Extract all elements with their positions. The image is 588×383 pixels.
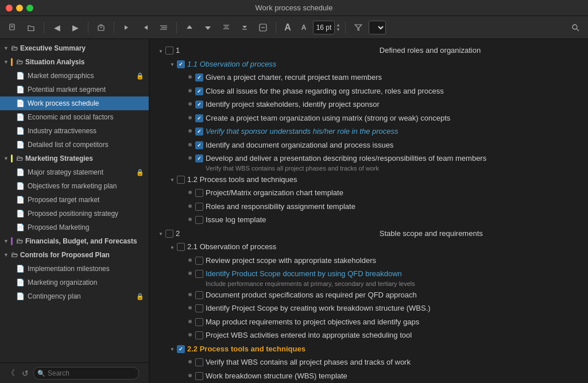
section-1-2-checkbox[interactable] xyxy=(177,176,185,184)
sidebar-item-objectives[interactable]: 📄 Objectives for marketing plan xyxy=(0,179,149,193)
cb-1-2-2[interactable] xyxy=(195,203,203,211)
sidebar-item-contingency[interactable]: 📄 Contingency plan 🔒 xyxy=(0,289,149,303)
back-button[interactable]: ◀ xyxy=(49,20,65,36)
window-controls xyxy=(6,5,33,11)
text-1-1-3: Identify project stakeholders, identify … xyxy=(206,99,581,110)
new-doc-button[interactable] xyxy=(5,20,21,36)
cb-1-1-6[interactable] xyxy=(195,141,203,149)
sidebar-group-marketing[interactable]: ▼ 🗁 Marketing Strategies xyxy=(0,152,149,165)
cb-1-2-1[interactable] xyxy=(195,189,203,197)
cb-1-1-2[interactable] xyxy=(195,87,203,95)
chevron-controls: ▼ xyxy=(3,252,9,258)
align-button[interactable] xyxy=(218,20,234,36)
cb-2-1-2[interactable] xyxy=(195,270,203,278)
delete-button[interactable] xyxy=(93,20,109,36)
bullet-1-1-7 xyxy=(188,156,192,160)
font-size-down[interactable]: ▼ xyxy=(336,28,341,32)
objectives-label: Objectives for marketing plan xyxy=(28,182,117,190)
section-2-2-checkbox[interactable] xyxy=(177,345,185,353)
search-input[interactable] xyxy=(33,367,139,380)
svg-point-19 xyxy=(572,25,577,29)
open-button[interactable] xyxy=(23,20,39,36)
move-down-button[interactable] xyxy=(200,20,216,36)
section-1-1-checkbox[interactable] xyxy=(177,60,185,68)
sidebar-item-work-process[interactable]: 📄 Work process schedule xyxy=(0,96,149,110)
bullet-2-2-1 xyxy=(188,360,192,363)
search-button[interactable] xyxy=(567,20,583,36)
sidebar-item-market-demographics[interactable]: 📄 Market demographics 🔒 xyxy=(0,69,149,83)
section-2-1-title: 2.1 Observation of process xyxy=(187,241,581,253)
section-2-1-toggle[interactable]: ▼ xyxy=(168,243,177,252)
minimize-button[interactable] xyxy=(16,5,23,11)
sidebar-item-potential-market[interactable]: 📄 Potential market segment xyxy=(0,83,149,96)
text-2-1-2[interactable]: Identify Product Scope document by using… xyxy=(206,268,415,280)
cb-2-1-4[interactable] xyxy=(195,304,203,312)
section-2-toggle[interactable]: ▼ xyxy=(156,230,165,239)
cb-2-2-2[interactable] xyxy=(195,372,203,380)
financials-label: Financials, Budget, and Forecasts xyxy=(25,237,137,245)
potential-market-label: Potential market segment xyxy=(28,86,106,94)
section-1-1-toggle[interactable]: ▼ xyxy=(168,60,177,69)
toolbar: ◀ ▶ A A 16 pt ▲ ▼ xyxy=(0,16,588,39)
forward-button[interactable]: ▶ xyxy=(67,20,83,36)
doc-icon: 📄 xyxy=(16,168,25,176)
sidebar-item-implementation[interactable]: 📄 Implementation milestones xyxy=(0,262,149,276)
section-1-1-title[interactable]: 1.1 Observation of process xyxy=(187,59,581,70)
indent-right-button[interactable] xyxy=(156,20,172,36)
sidebar-item-proposed-target[interactable]: 📄 Proposed target market xyxy=(0,193,149,207)
cb-1-1-5[interactable] xyxy=(195,127,203,136)
sidebar-item-competitors[interactable]: 📄 Detailed list of competitors xyxy=(0,138,149,152)
sidebar-group-financials[interactable]: ▼ 🗁 Financials, Budget, and Forecasts xyxy=(0,234,149,248)
filter-icon-button[interactable] xyxy=(350,20,366,36)
sidebar-group-executive-summary[interactable]: ▼ 🗁 Executive Summary xyxy=(0,41,149,55)
sidebar-group-controls[interactable]: ▼ 🗁 Controls for Proposed Plan xyxy=(0,248,149,262)
cb-2-2-1[interactable] xyxy=(195,358,203,366)
toolbar-sep-6 xyxy=(345,22,346,33)
section-1-toggle[interactable]: ▼ xyxy=(156,47,165,56)
item-2-2-2: Work breakdown structure (WBS) template xyxy=(156,369,581,383)
cb-1-1-7[interactable] xyxy=(195,154,203,163)
sidebar-item-proposed-marketing[interactable]: 📄 Proposed Marketing xyxy=(0,220,149,234)
cb-1-1-4[interactable] xyxy=(195,114,203,122)
cb-2-1-6[interactable] xyxy=(195,331,203,339)
indent-decrease-button[interactable] xyxy=(137,20,153,36)
cb-1-1-1[interactable] xyxy=(195,73,203,82)
sidebar-item-major-strategy[interactable]: 📄 Major strategy statement 🔒 xyxy=(0,165,149,179)
filter-select[interactable]: Show all rows xyxy=(369,21,386,34)
section-1-2-toggle[interactable]: ▼ xyxy=(168,176,177,185)
section-2-checkbox[interactable] xyxy=(165,230,173,238)
sidebar-item-industry[interactable]: 📄 Industry attractiveness xyxy=(0,124,149,138)
bullet-2-2-2 xyxy=(188,374,192,377)
item-1-1-7: Develop and deliver a presentation descr… xyxy=(156,152,581,173)
collapse-button[interactable] xyxy=(237,20,253,36)
sidebar-back-button[interactable]: 《 xyxy=(5,367,17,380)
cb-1-2-3[interactable] xyxy=(195,216,203,224)
section-1-checkbox[interactable] xyxy=(165,47,173,55)
cb-2-1-3[interactable] xyxy=(195,291,203,299)
section-2-1-checkbox[interactable] xyxy=(177,243,185,251)
cb-1-1-3[interactable] xyxy=(195,100,203,109)
chevron-situation: ▼ xyxy=(3,59,9,65)
font-size-input[interactable]: 16 pt xyxy=(313,21,335,34)
maximize-button[interactable] xyxy=(26,5,33,11)
text-1-1-5[interactable]: Verify that sponsor understands his/her … xyxy=(206,126,581,137)
section-2-2-toggle[interactable]: ▼ xyxy=(168,345,177,354)
font-small-button[interactable]: A xyxy=(297,20,311,36)
doc-icon: 📄 xyxy=(16,72,25,80)
doc-icon: 📄 xyxy=(16,210,25,218)
sidebar-group-situation[interactable]: ▼ 🗁 Situation Analysis xyxy=(0,55,149,69)
sidebar-item-marketing-org[interactable]: 📄 Marketing organization xyxy=(0,276,149,289)
cb-2-1-1[interactable] xyxy=(195,257,203,265)
close-button[interactable] xyxy=(6,5,13,11)
sidebar-item-economic[interactable]: 📄 Economic and social factors xyxy=(0,110,149,124)
text-1-2-1: Project/Matrix organization chart templa… xyxy=(206,187,581,199)
sidebar-refresh-button[interactable]: ↺ xyxy=(20,367,31,379)
expand-button[interactable] xyxy=(255,20,271,36)
sidebar-item-proposed-positioning[interactable]: 📄 Proposed positioning strategy xyxy=(0,207,149,220)
move-up-button[interactable] xyxy=(181,20,198,36)
marketing-indicator xyxy=(11,154,13,163)
cb-2-1-5[interactable] xyxy=(195,318,203,326)
bullet-2-1-4 xyxy=(188,306,192,310)
indent-increase-button[interactable] xyxy=(119,20,135,36)
font-button[interactable]: A xyxy=(281,20,295,36)
